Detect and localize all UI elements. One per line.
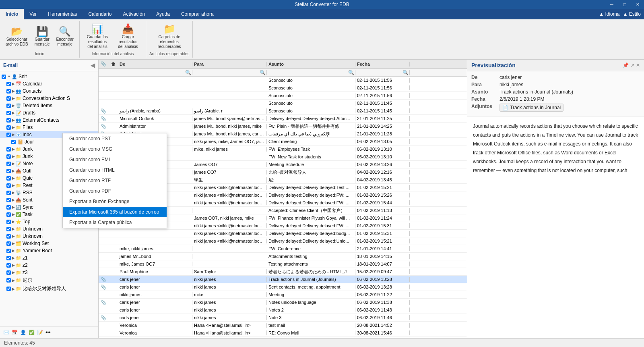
- tab-inicio[interactable]: Inicio: [0, 9, 24, 19]
- tree-checkbox-rss[interactable]: [6, 191, 11, 195]
- expand-arrow-drafts[interactable]: ▶: [12, 111, 15, 115]
- preview-popout-button[interactable]: ↗: [630, 62, 634, 68]
- search-de-input[interactable]: [119, 70, 185, 75]
- tree-checkbox-z1[interactable]: [6, 256, 11, 260]
- sidebar-item-ext-contacts[interactable]: ▶👥ExternalContacts: [0, 116, 98, 124]
- expand-arrow-top[interactable]: ▶: [12, 220, 15, 224]
- expand-arrow-nieu[interactable]: ▶: [12, 278, 15, 283]
- email-row-29[interactable]: 📎carls jenernikki jamesNotes unicode lan…: [99, 299, 467, 306]
- tab-ver[interactable]: Ver: [24, 9, 42, 19]
- expand-arrow-inbox[interactable]: ▶: [12, 133, 15, 137]
- nav-notes-icon[interactable]: 📝: [37, 330, 43, 335]
- expand-arrow-snit[interactable]: ▼: [7, 75, 11, 79]
- tree-checkbox-drafts[interactable]: [6, 111, 11, 115]
- nav-calendar-icon[interactable]: 📅: [12, 330, 18, 335]
- tab-calendario[interactable]: Calendario: [83, 9, 117, 19]
- expand-arrow-note[interactable]: ▶: [12, 162, 15, 166]
- expand-arrow-rest[interactable]: ▶: [12, 183, 15, 187]
- email-row-23[interactable]: james Mr...bondAttachments testing18-01-…: [99, 253, 467, 260]
- sidebar-item-z2[interactable]: ▶📁z2: [0, 262, 98, 269]
- tree-checkbox-sent[interactable]: [6, 198, 11, 202]
- sidebar-item-snit[interactable]: ▼👤Snit: [0, 73, 98, 80]
- btn-seleccionar-edb[interactable]: 📂 Seleccionararchivo EDB: [3, 25, 31, 48]
- tree-checkbox-conv-action[interactable]: [6, 96, 11, 101]
- preview-close-button[interactable]: ✕: [636, 62, 640, 68]
- tree-checkbox-calendar[interactable]: [6, 82, 11, 86]
- expand-arrow-outl[interactable]: ▶: [12, 169, 15, 173]
- tree-checkbox-z2[interactable]: [6, 263, 11, 268]
- search-fecha-input[interactable]: [356, 70, 402, 75]
- tree-checkbox-junk1[interactable]: [6, 147, 11, 152]
- expand-arrow-task[interactable]: ▶: [12, 212, 15, 216]
- email-row-22[interactable]: mike, nikki jamesFW: Conference21-01-201…: [99, 245, 467, 253]
- tree-checkbox-rest[interactable]: [6, 183, 11, 188]
- email-row-31[interactable]: 📎carls jenernikki jamesNote 306-02-2019 …: [99, 314, 467, 322]
- expand-arrow-conv-action[interactable]: ▶: [12, 96, 15, 100]
- col-header-asunto[interactable]: Asunto: [267, 62, 355, 66]
- btn-guardar-resultados[interactable]: 📊 Guardar losresultados del análisis: [83, 23, 112, 51]
- search-para-input[interactable]: [193, 70, 260, 75]
- email-row-4[interactable]: 📎راصو (Arabic, rambo)راصو (Arabic, rScon…: [99, 107, 467, 115]
- btn-encontrar-mensaje[interactable]: 🔍 Encontrarmensaje: [54, 25, 76, 48]
- nav-mail-icon[interactable]: ✉️: [3, 330, 9, 335]
- email-row-25[interactable]: Paul MorphineSam Taylor若者たちによる若者のための - H…: [99, 268, 467, 276]
- email-row-26[interactable]: 📎carls jenernikki jamesTrack actions in …: [99, 276, 467, 283]
- tree-checkbox-working[interactable]: [6, 241, 11, 246]
- context-menu-item-6[interactable]: Exportar a Buzón Exchange: [63, 196, 167, 207]
- sidebar-collapse-button[interactable]: ◀: [91, 62, 95, 69]
- sidebar-item-yammer[interactable]: ▶📁Yammer Root: [0, 247, 98, 254]
- context-menu-item-8[interactable]: Exportar a la Carpeta pública: [63, 217, 167, 228]
- attachment-chip[interactable]: 📄 Track actions in Journal: [500, 104, 564, 112]
- email-row-20[interactable]: nikki james <nikki@netmaster.local>Deliv…: [99, 230, 467, 237]
- btn-guardar-mensaje[interactable]: 💾 Guardarmensaje: [32, 25, 52, 48]
- email-row-6[interactable]: 📎Administratorjames Mr...bond, nikki jam…: [99, 123, 467, 130]
- tree-checkbox-contacts[interactable]: [6, 89, 11, 94]
- tree-checkbox-yammer[interactable]: [6, 249, 11, 253]
- expand-arrow-contacts[interactable]: ▶: [12, 89, 15, 93]
- tree-checkbox-junk2[interactable]: [6, 154, 11, 159]
- email-row-2[interactable]: Sconosciuto02-11-2015 11:56: [99, 92, 467, 100]
- context-menu-item-0[interactable]: Guardar como PST: [63, 133, 167, 144]
- idioma-link[interactable]: ▲ Idioma: [599, 11, 619, 17]
- context-menu-item-5[interactable]: Guardar como PDF: [63, 186, 167, 196]
- expand-arrow-sync[interactable]: ▶: [12, 205, 15, 209]
- expand-arrow-calendar[interactable]: ▶: [12, 82, 15, 86]
- col-header-de[interactable]: De: [118, 62, 192, 66]
- btn-carpetas-recuperables[interactable]: 📁 Carpetas de elementosrecuperables: [155, 23, 184, 51]
- expand-arrow-z1[interactable]: ▶: [12, 256, 15, 260]
- col-header-para[interactable]: Para: [192, 62, 267, 66]
- close-button[interactable]: ✕: [631, 0, 644, 9]
- sidebar-item-files[interactable]: ▶📁Files: [0, 124, 98, 131]
- tab-herramientas[interactable]: Herramientas: [42, 9, 83, 19]
- context-menu-item-2[interactable]: Guardar como EML: [63, 154, 167, 165]
- tree-checkbox-snit[interactable]: [2, 75, 6, 79]
- email-row-28[interactable]: nikki jamesmikeMeeting06-02-2019 11:22: [99, 291, 467, 299]
- email-row-27[interactable]: 📎carls jenernikki jamesSent contacts, me…: [99, 283, 467, 291]
- expand-arrow-files[interactable]: ▶: [12, 125, 15, 129]
- sidebar-item-calendar[interactable]: ▶📅Calendar: [0, 80, 98, 87]
- email-row-1[interactable]: Sconosciuto02-11-2015 11:56: [99, 84, 467, 92]
- tab-ayuda[interactable]: Ayuda: [151, 9, 175, 19]
- btn-cargar-resultados[interactable]: 📥 Cargar resultadosdel análisis: [114, 23, 142, 51]
- sidebar-item-bihao[interactable]: ▶📁比哈尔反对派领导人: [0, 285, 98, 293]
- email-row-21[interactable]: nikki james <nikki@netmaster.local>Deliv…: [99, 237, 467, 245]
- tab-comprar[interactable]: Comprar ahora: [175, 9, 219, 19]
- minimize-button[interactable]: ─: [605, 0, 618, 9]
- expand-arrow-sent[interactable]: ▶: [12, 198, 15, 202]
- email-row-34[interactable]: VeronicaHana <Hana@stellarmail.in>RE: Co…: [99, 337, 467, 338]
- expand-arrow-junk2[interactable]: ▶: [12, 154, 15, 158]
- email-row-5[interactable]: 📎Microsoft Outlookjames Mr...bond <james…: [99, 115, 467, 123]
- email-row-24[interactable]: mike, James OO7Testing attachments18-01-…: [99, 260, 467, 268]
- preview-pin-button[interactable]: 📌: [623, 62, 629, 68]
- nav-contacts-icon[interactable]: 👤: [20, 330, 26, 335]
- sidebar-item-working[interactable]: ▶🗂️Working Set: [0, 240, 98, 247]
- tree-checkbox-quic[interactable]: [6, 176, 11, 181]
- expand-arrow-working[interactable]: ▶: [12, 241, 15, 245]
- email-row-3[interactable]: Sconosciuto02-11-2015 11:45: [99, 100, 467, 107]
- expand-arrow-quic[interactable]: ▶: [12, 176, 15, 180]
- sidebar-item-conv-action[interactable]: ▶📁Conversation Action S: [0, 95, 98, 102]
- expand-arrow-yammer[interactable]: ▶: [12, 249, 15, 253]
- col-header-fecha[interactable]: Fecha: [355, 62, 410, 66]
- expand-arrow-unknown1[interactable]: ▶: [12, 227, 15, 231]
- search-asunto-input[interactable]: [268, 70, 348, 75]
